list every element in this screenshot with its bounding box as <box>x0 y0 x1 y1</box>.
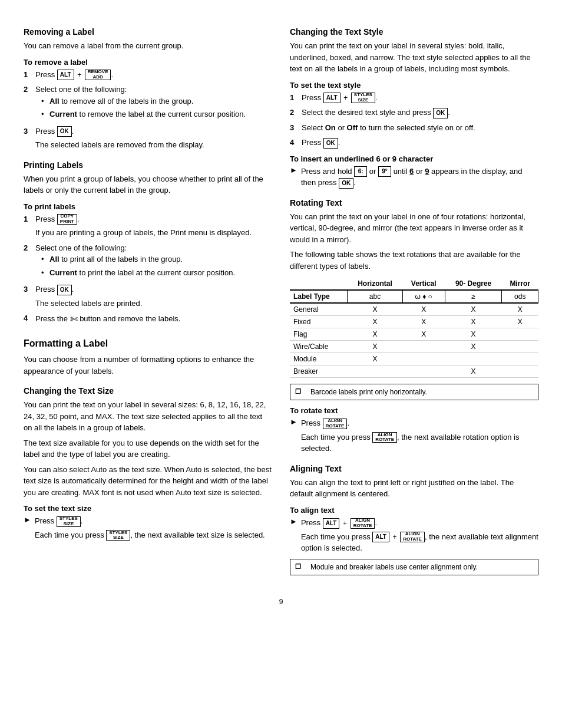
rotating-text-intro1: You can print the text on your label in … <box>290 211 538 246</box>
print-bullet-all: • All to print all of the labels in the … <box>35 253 272 265</box>
table-header-vertical: Vertical <box>402 278 445 290</box>
print-labels-subheading: To print labels <box>24 202 272 211</box>
styles-size-key-1: STYLESSIZE <box>57 516 81 527</box>
remove-label-steps: 1 Press ALT + REMOVEADD . 2 Select one o… <box>24 69 272 151</box>
rotating-text-title: Rotating Text <box>290 198 538 207</box>
barcode-note-text: Barcode labels print only horizontally. <box>310 388 427 396</box>
rotating-text-intro2: The following table shows the text rotat… <box>290 249 538 272</box>
table-header-mirror: Mirror <box>502 278 538 290</box>
style-step-4: 4 Press OK. <box>290 137 538 149</box>
changing-text-size-title: Changing the Text Size <box>24 386 272 396</box>
align-rotate-key-1: ALIGNROTATE <box>323 419 348 429</box>
print-step-4: 4 Press the ✄ button and remove the labe… <box>24 312 272 327</box>
note-icon: ❒ <box>295 388 307 396</box>
alt-key-2: ALT <box>323 93 340 103</box>
aligning-text-title: Aligning Text <box>290 464 538 473</box>
table-row: Module X <box>290 353 538 365</box>
ok-key-3: OK <box>433 108 448 118</box>
right-column: Changing the Text Style You can print th… <box>290 18 538 580</box>
table-row: General X X X X <box>290 303 538 316</box>
ok-key-1: OK <box>57 126 72 137</box>
print-labels-steps: 1 Press COPYPRINT . If you are printing … <box>24 213 272 327</box>
text-size-intro2: The text size available for you to use d… <box>24 437 272 460</box>
underlined-char-subheading: To insert an underlined 6 or 9 character <box>290 154 538 163</box>
key-9: 9° <box>378 166 391 177</box>
table-row: Flag X X X <box>290 328 538 341</box>
alt-key-3: ALT <box>323 518 340 529</box>
underlined-char-step: ► Press and hold 6: or 9° until 6 or 9 a… <box>290 166 538 189</box>
style-step-1: 1 Press ALT + STYLESSIZE . <box>290 92 538 104</box>
styles-size-key-3: STYLESSIZE <box>351 93 375 103</box>
mirror-header: ods <box>502 290 538 303</box>
align-text-step: ► Press ALT + ALIGNROTATE . Each time yo… <box>290 517 538 554</box>
symbol-header: ω ♦ ○ <box>402 290 445 303</box>
text-style-intro: You can print the text on your label in … <box>290 40 538 75</box>
remove-step-2: 2 Select one of the following: • All to … <box>24 84 272 122</box>
ok-key-2: OK <box>57 285 72 295</box>
rotation-table: Horizontal Vertical 90- Degree Mirror La… <box>290 278 538 378</box>
alt-key: ALT <box>57 70 74 80</box>
rotate-text-subheading: To rotate text <box>290 406 538 415</box>
set-text-size-subheading: To set the text size <box>24 504 272 513</box>
removing-label-intro: You can remove a label from the current … <box>24 40 272 52</box>
remove-step-3: 3 Press OK. The selected labels are remo… <box>24 126 272 151</box>
degree-header: ≥ <box>445 290 502 303</box>
styles-size-key-2: STYLESSIZE <box>106 530 130 541</box>
ok-key-5: OK <box>339 178 353 189</box>
remove-add-key: REMOVEADD <box>85 70 111 80</box>
printing-labels-intro: When you print a group of labels, you ch… <box>24 173 272 196</box>
set-text-style-subheading: To set the text style <box>290 81 538 90</box>
style-step-2: 2 Select the desired text style and pres… <box>290 107 538 118</box>
formatting-label-title: Formatting a Label <box>24 338 272 349</box>
changing-text-style-title: Changing the Text Style <box>290 27 538 37</box>
remove-step-1: 1 Press ALT + REMOVEADD . <box>24 69 272 81</box>
table-row: Breaker X <box>290 365 538 378</box>
aligning-text-intro: You can align the text to print left or … <box>290 477 538 500</box>
table-row: Fixed X X X X <box>290 316 538 328</box>
remove-bullet-all: • All to remove all of the labels in the… <box>35 95 272 107</box>
set-text-size-step: ► Press STYLESSIZE . Each time you press… <box>24 515 272 541</box>
align-text-subheading: To align text <box>290 506 538 515</box>
alignment-note: ❒ Module and breaker labels use center a… <box>290 559 538 575</box>
note-icon-2: ❒ <box>295 563 307 571</box>
align-rotate-key-3: ALIGNROTATE <box>351 518 375 529</box>
table-header-90degree: 90- Degree <box>445 278 502 290</box>
copy-print-key: COPYPRINT <box>57 214 77 225</box>
print-step-1: 1 Press COPYPRINT . If you are printing … <box>24 213 272 239</box>
text-size-intro3: You can also select Auto as the text siz… <box>24 464 272 499</box>
removing-label-title: Removing a Label <box>24 27 272 37</box>
remove-label-subheading: To remove a label <box>24 58 272 67</box>
print-bullet-current: • Current to print the label at the curr… <box>35 267 272 279</box>
rotate-text-step: ► Press ALIGNROTATE . Each time you pres… <box>290 417 538 454</box>
table-header-row-1: Horizontal Vertical 90- Degree Mirror <box>290 278 538 290</box>
ok-key-4: OK <box>323 138 338 149</box>
abc-header: abc <box>348 290 402 303</box>
style-step-3: 3 Select On or Off to turn the selected … <box>290 122 538 134</box>
key-6: 6: <box>354 166 367 177</box>
table-header-horizontal: Horizontal <box>348 278 402 290</box>
scissors-icon: ✄ <box>70 314 78 324</box>
left-column: Removing a Label You can remove a label … <box>24 18 272 580</box>
print-step-2: 2 Select one of the following: • All to … <box>24 242 272 281</box>
page-number: 9 <box>24 598 538 606</box>
table-row: Wire/Cable X X <box>290 341 538 353</box>
printing-labels-title: Printing Labels <box>24 160 272 170</box>
barcode-note: ❒ Barcode labels print only horizontally… <box>290 384 538 400</box>
set-text-style-steps: 1 Press ALT + STYLESSIZE . 2 Select the … <box>290 92 538 149</box>
formatting-label-intro: You can choose from a number of formatti… <box>24 354 272 377</box>
label-type-header: Label Type <box>290 290 348 303</box>
print-step-3: 3 Press OK. The selected labels are prin… <box>24 284 272 309</box>
text-size-intro1: You can print the text on your label in … <box>24 399 272 434</box>
remove-bullet-current: • Current to remove the label at the cur… <box>35 108 272 120</box>
alt-key-4: ALT <box>372 532 389 542</box>
align-rotate-key-4: ALIGNROTATE <box>400 532 425 542</box>
align-rotate-key-2: ALIGNROTATE <box>372 432 397 443</box>
table-header-empty <box>290 278 348 290</box>
alignment-note-text: Module and breaker labels use center ali… <box>310 563 478 571</box>
table-header-row-2: Label Type abc ω ♦ ○ ≥ ods <box>290 290 538 303</box>
